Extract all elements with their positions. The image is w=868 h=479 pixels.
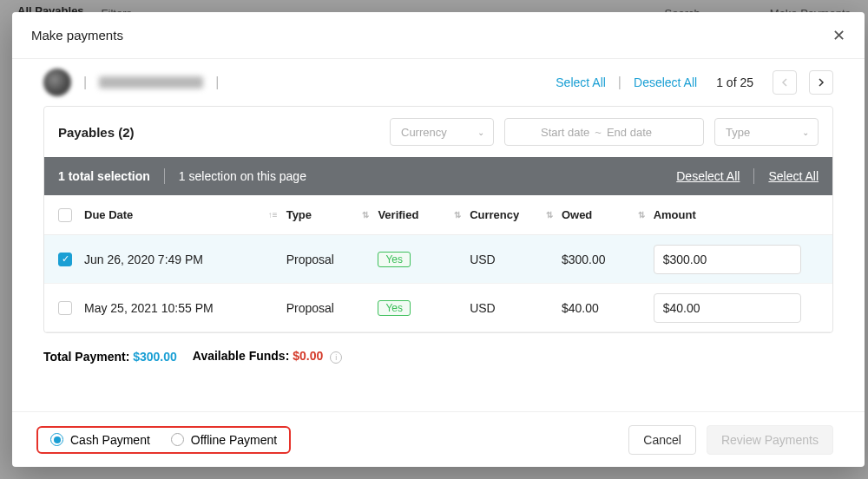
radio-icon <box>171 433 184 446</box>
total-payment-value: $300.00 <box>133 350 177 364</box>
col-due-date[interactable]: Due Date <box>84 208 133 221</box>
verified-badge: Yes <box>378 252 411 267</box>
cash-payment-label: Cash Payment <box>70 433 150 447</box>
due-date: May 25, 2021 10:55 PM <box>84 301 214 315</box>
col-type[interactable]: Type <box>286 208 312 221</box>
radio-icon <box>50 433 63 446</box>
pager-info: 1 of 25 <box>716 75 753 89</box>
sort-icon: ⇅ <box>454 210 461 220</box>
payables-panel: Payables (2) Currency ⌄ Start date ~ End… <box>43 106 833 333</box>
name-separator-left: | <box>83 75 87 90</box>
sort-active-icon: ↑≡ <box>268 210 278 220</box>
type-filter-label: Type <box>726 126 750 139</box>
modal-title: Make payments <box>31 28 123 43</box>
amount-input[interactable] <box>654 293 801 323</box>
end-date-placeholder: End date <box>607 126 652 139</box>
col-currency[interactable]: Currency <box>470 208 519 221</box>
available-funds-value: $0.00 <box>293 349 323 363</box>
avatar <box>43 69 71 96</box>
chevron-right-icon <box>818 78 825 87</box>
selection-separator <box>164 168 165 184</box>
table-row: May 25, 2021 10:55 PM Proposal Yes USD $… <box>44 284 832 332</box>
totals-row: Total Payment: $300.00 Available Funds: … <box>12 333 865 364</box>
make-payments-modal: Make payments ✕ | | Select All | Deselec… <box>12 12 865 467</box>
selection-bar: 1 total selection 1 selection on this pa… <box>44 157 832 195</box>
cash-payment-option[interactable]: Cash Payment <box>50 433 150 447</box>
currency-filter[interactable]: Currency ⌄ <box>390 118 494 146</box>
payable-type: Proposal <box>286 253 334 266</box>
date-range-tilde: ~ <box>595 126 602 139</box>
offline-payment-label: Offline Payment <box>191 433 277 447</box>
name-separator-right: | <box>215 75 219 90</box>
amount-input[interactable] <box>654 245 801 274</box>
owed-amount: $40.00 <box>562 301 599 315</box>
start-date-placeholder: Start date <box>541 126 589 139</box>
owed-amount: $300.00 <box>562 253 606 266</box>
table-header: Due Date ↑≡ Type ⇅ Verified ⇅ Currency ⇅… <box>44 195 832 235</box>
link-separator: | <box>618 75 621 90</box>
currency-filter-label: Currency <box>401 126 447 139</box>
currency: USD <box>470 301 496 315</box>
type-filter[interactable]: Type ⌄ <box>714 118 819 146</box>
bar-select-all[interactable]: Select All <box>768 169 819 183</box>
table-row: ✓ Jun 26, 2020 7:49 PM Proposal Yes USD … <box>44 235 832 284</box>
modal-header: Make payments ✕ <box>12 12 865 59</box>
sort-icon: ⇅ <box>638 210 645 220</box>
pager-next-button[interactable] <box>809 70 833 95</box>
cancel-button[interactable]: Cancel <box>628 425 696 455</box>
info-icon[interactable]: i <box>330 351 342 364</box>
sort-icon: ⇅ <box>546 210 553 220</box>
verified-badge: Yes <box>378 300 411 316</box>
select-all-checkbox[interactable] <box>58 208 72 222</box>
chevron-left-icon <box>781 78 788 87</box>
deselect-all-link[interactable]: Deselect All <box>634 75 697 89</box>
payment-method-group: Cash Payment Offline Payment <box>36 426 291 454</box>
col-owed[interactable]: Owed <box>562 208 592 221</box>
available-funds-label: Available Funds: <box>193 349 290 363</box>
payable-type: Proposal <box>286 301 334 315</box>
col-amount: Amount <box>654 208 696 221</box>
row-checkbox[interactable]: ✓ <box>58 253 72 266</box>
selection-separator <box>753 168 754 184</box>
offline-payment-option[interactable]: Offline Payment <box>171 433 277 447</box>
due-date: Jun 26, 2020 7:49 PM <box>84 253 203 266</box>
total-payment-label: Total Payment: <box>43 350 129 364</box>
row-checkbox[interactable] <box>58 301 72 315</box>
pager-prev-button[interactable] <box>773 70 797 95</box>
user-name-blurred <box>99 76 203 89</box>
bar-deselect-all[interactable]: Deselect All <box>676 169 740 183</box>
panel-header: Payables (2) Currency ⌄ Start date ~ End… <box>44 107 832 157</box>
select-all-link[interactable]: Select All <box>556 75 606 89</box>
close-icon[interactable]: ✕ <box>832 26 845 45</box>
modal-subheader: | | Select All | Deselect All 1 of 25 <box>12 59 865 106</box>
col-verified[interactable]: Verified <box>378 208 418 221</box>
panel-title: Payables (2) <box>58 125 135 140</box>
date-range-filter[interactable]: Start date ~ End date <box>504 118 704 146</box>
review-payments-button[interactable]: Review Payments <box>707 425 833 455</box>
chevron-down-icon: ⌄ <box>802 128 809 137</box>
sort-icon: ⇅ <box>362 210 369 220</box>
chevron-down-icon: ⌄ <box>477 128 484 137</box>
modal-footer: Cash Payment Offline Payment Cancel Revi… <box>12 411 865 467</box>
total-selection: 1 total selection <box>58 169 150 183</box>
currency: USD <box>470 253 496 266</box>
selection-on-page: 1 selection on this page <box>179 169 306 183</box>
